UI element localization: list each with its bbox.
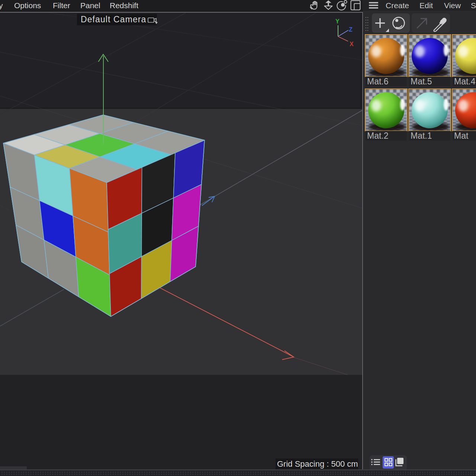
svg-text:Y: Y xyxy=(335,18,340,25)
svg-text:Z: Z xyxy=(349,26,353,33)
svg-text:X: X xyxy=(350,41,354,47)
